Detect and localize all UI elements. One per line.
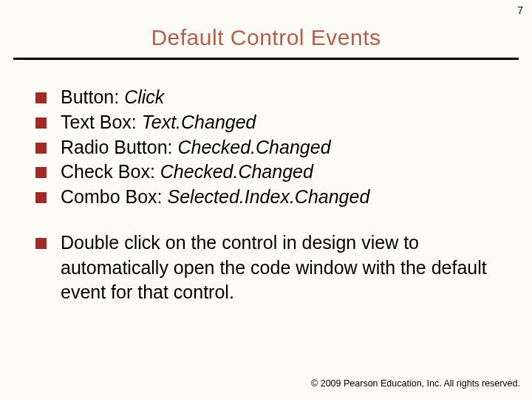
- control-label: Text Box:: [61, 112, 142, 132]
- event-name: Click: [124, 86, 164, 107]
- copyright-footer: © 2009 Pearson Education, Inc. All right…: [311, 378, 520, 389]
- note-item: Double click on the control in design vi…: [30, 231, 502, 305]
- event-name: Selected.Index.Changed: [168, 186, 370, 207]
- event-name: Text.Changed: [142, 112, 256, 132]
- slide-title: Default Control Events: [0, 0, 532, 50]
- list-item: Check Box: Checked.Changed: [30, 160, 502, 185]
- note-list: Double click on the control in design vi…: [30, 231, 502, 305]
- slide-content: Button: Click Text Box: Text.Changed Rad…: [0, 60, 532, 305]
- control-label: Combo Box:: [61, 186, 168, 207]
- control-label: Button:: [61, 86, 124, 107]
- note-text: Double click on the control in design vi…: [61, 232, 487, 303]
- list-item: Text Box: Text.Changed: [30, 110, 502, 135]
- list-item: Button: Click: [30, 85, 502, 110]
- control-label: Check Box:: [61, 161, 160, 182]
- event-name: Checked.Changed: [177, 137, 330, 157]
- list-item: Radio Button: Checked.Changed: [30, 135, 502, 160]
- event-name: Checked.Changed: [160, 161, 313, 182]
- slide: 7 Default Control Events Button: Click T…: [0, 0, 532, 399]
- page-number: 7: [517, 4, 523, 16]
- list-item: Combo Box: Selected.Index.Changed: [30, 185, 502, 210]
- control-label: Radio Button:: [61, 137, 177, 157]
- events-list: Button: Click Text Box: Text.Changed Rad…: [30, 85, 502, 210]
